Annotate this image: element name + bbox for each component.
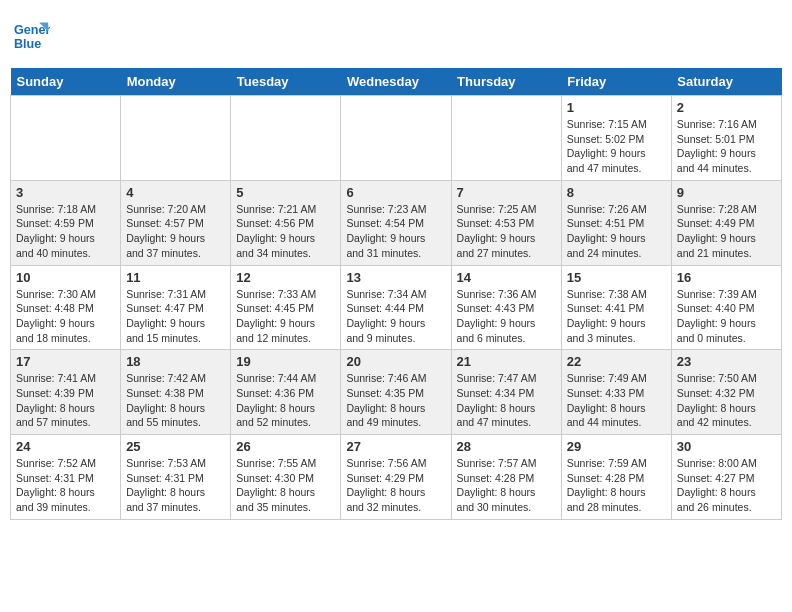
day-info: Sunrise: 7:36 AM Sunset: 4:43 PM Dayligh… — [457, 287, 556, 346]
column-header-monday: Monday — [121, 68, 231, 96]
calendar-day-cell: 8Sunrise: 7:26 AM Sunset: 4:51 PM Daylig… — [561, 180, 671, 265]
day-info: Sunrise: 7:28 AM Sunset: 4:49 PM Dayligh… — [677, 202, 776, 261]
day-number: 24 — [16, 439, 115, 454]
day-number: 23 — [677, 354, 776, 369]
calendar-day-cell — [11, 96, 121, 181]
calendar-day-cell: 6Sunrise: 7:23 AM Sunset: 4:54 PM Daylig… — [341, 180, 451, 265]
day-info: Sunrise: 7:31 AM Sunset: 4:47 PM Dayligh… — [126, 287, 225, 346]
svg-text:Blue: Blue — [14, 37, 41, 51]
day-number: 7 — [457, 185, 556, 200]
column-header-tuesday: Tuesday — [231, 68, 341, 96]
day-number: 19 — [236, 354, 335, 369]
day-info: Sunrise: 7:33 AM Sunset: 4:45 PM Dayligh… — [236, 287, 335, 346]
page-header: General Blue — [10, 10, 782, 62]
calendar-day-cell: 1Sunrise: 7:15 AM Sunset: 5:02 PM Daylig… — [561, 96, 671, 181]
calendar-day-cell: 28Sunrise: 7:57 AM Sunset: 4:28 PM Dayli… — [451, 435, 561, 520]
column-header-wednesday: Wednesday — [341, 68, 451, 96]
day-number: 14 — [457, 270, 556, 285]
day-number: 4 — [126, 185, 225, 200]
calendar-day-cell: 5Sunrise: 7:21 AM Sunset: 4:56 PM Daylig… — [231, 180, 341, 265]
day-info: Sunrise: 7:21 AM Sunset: 4:56 PM Dayligh… — [236, 202, 335, 261]
day-info: Sunrise: 7:38 AM Sunset: 4:41 PM Dayligh… — [567, 287, 666, 346]
calendar-day-cell: 22Sunrise: 7:49 AM Sunset: 4:33 PM Dayli… — [561, 350, 671, 435]
column-header-friday: Friday — [561, 68, 671, 96]
calendar-day-cell — [341, 96, 451, 181]
day-info: Sunrise: 7:52 AM Sunset: 4:31 PM Dayligh… — [16, 456, 115, 515]
calendar-day-cell — [231, 96, 341, 181]
day-info: Sunrise: 7:18 AM Sunset: 4:59 PM Dayligh… — [16, 202, 115, 261]
day-number: 17 — [16, 354, 115, 369]
day-number: 13 — [346, 270, 445, 285]
day-info: Sunrise: 7:42 AM Sunset: 4:38 PM Dayligh… — [126, 371, 225, 430]
calendar-table: SundayMondayTuesdayWednesdayThursdayFrid… — [10, 68, 782, 520]
day-number: 18 — [126, 354, 225, 369]
calendar-day-cell: 29Sunrise: 7:59 AM Sunset: 4:28 PM Dayli… — [561, 435, 671, 520]
day-info: Sunrise: 7:39 AM Sunset: 4:40 PM Dayligh… — [677, 287, 776, 346]
calendar-week-row: 24Sunrise: 7:52 AM Sunset: 4:31 PM Dayli… — [11, 435, 782, 520]
day-number: 22 — [567, 354, 666, 369]
calendar-day-cell: 30Sunrise: 8:00 AM Sunset: 4:27 PM Dayli… — [671, 435, 781, 520]
day-info: Sunrise: 7:46 AM Sunset: 4:35 PM Dayligh… — [346, 371, 445, 430]
day-info: Sunrise: 7:44 AM Sunset: 4:36 PM Dayligh… — [236, 371, 335, 430]
day-number: 28 — [457, 439, 556, 454]
day-number: 20 — [346, 354, 445, 369]
calendar-day-cell: 26Sunrise: 7:55 AM Sunset: 4:30 PM Dayli… — [231, 435, 341, 520]
day-number: 5 — [236, 185, 335, 200]
calendar-day-cell: 16Sunrise: 7:39 AM Sunset: 4:40 PM Dayli… — [671, 265, 781, 350]
day-info: Sunrise: 7:56 AM Sunset: 4:29 PM Dayligh… — [346, 456, 445, 515]
day-number: 10 — [16, 270, 115, 285]
calendar-day-cell: 7Sunrise: 7:25 AM Sunset: 4:53 PM Daylig… — [451, 180, 561, 265]
calendar-day-cell: 4Sunrise: 7:20 AM Sunset: 4:57 PM Daylig… — [121, 180, 231, 265]
calendar-week-row: 17Sunrise: 7:41 AM Sunset: 4:39 PM Dayli… — [11, 350, 782, 435]
column-header-saturday: Saturday — [671, 68, 781, 96]
calendar-day-cell: 11Sunrise: 7:31 AM Sunset: 4:47 PM Dayli… — [121, 265, 231, 350]
day-number: 25 — [126, 439, 225, 454]
calendar-day-cell: 25Sunrise: 7:53 AM Sunset: 4:31 PM Dayli… — [121, 435, 231, 520]
day-info: Sunrise: 7:26 AM Sunset: 4:51 PM Dayligh… — [567, 202, 666, 261]
calendar-day-cell — [121, 96, 231, 181]
calendar-day-cell: 12Sunrise: 7:33 AM Sunset: 4:45 PM Dayli… — [231, 265, 341, 350]
day-info: Sunrise: 7:57 AM Sunset: 4:28 PM Dayligh… — [457, 456, 556, 515]
day-info: Sunrise: 7:23 AM Sunset: 4:54 PM Dayligh… — [346, 202, 445, 261]
calendar-day-cell: 15Sunrise: 7:38 AM Sunset: 4:41 PM Dayli… — [561, 265, 671, 350]
column-header-thursday: Thursday — [451, 68, 561, 96]
day-info: Sunrise: 7:15 AM Sunset: 5:02 PM Dayligh… — [567, 117, 666, 176]
calendar-day-cell: 18Sunrise: 7:42 AM Sunset: 4:38 PM Dayli… — [121, 350, 231, 435]
day-info: Sunrise: 7:59 AM Sunset: 4:28 PM Dayligh… — [567, 456, 666, 515]
day-number: 1 — [567, 100, 666, 115]
day-number: 27 — [346, 439, 445, 454]
calendar-day-cell: 9Sunrise: 7:28 AM Sunset: 4:49 PM Daylig… — [671, 180, 781, 265]
day-info: Sunrise: 7:49 AM Sunset: 4:33 PM Dayligh… — [567, 371, 666, 430]
day-info: Sunrise: 7:47 AM Sunset: 4:34 PM Dayligh… — [457, 371, 556, 430]
calendar-day-cell: 24Sunrise: 7:52 AM Sunset: 4:31 PM Dayli… — [11, 435, 121, 520]
day-number: 15 — [567, 270, 666, 285]
day-number: 8 — [567, 185, 666, 200]
day-number: 30 — [677, 439, 776, 454]
calendar-day-cell: 14Sunrise: 7:36 AM Sunset: 4:43 PM Dayli… — [451, 265, 561, 350]
day-number: 21 — [457, 354, 556, 369]
calendar-week-row: 1Sunrise: 7:15 AM Sunset: 5:02 PM Daylig… — [11, 96, 782, 181]
day-number: 11 — [126, 270, 225, 285]
calendar-day-cell: 19Sunrise: 7:44 AM Sunset: 4:36 PM Dayli… — [231, 350, 341, 435]
calendar-week-row: 10Sunrise: 7:30 AM Sunset: 4:48 PM Dayli… — [11, 265, 782, 350]
day-number: 9 — [677, 185, 776, 200]
calendar-day-cell — [451, 96, 561, 181]
day-number: 12 — [236, 270, 335, 285]
calendar-day-cell: 23Sunrise: 7:50 AM Sunset: 4:32 PM Dayli… — [671, 350, 781, 435]
calendar-header-row: SundayMondayTuesdayWednesdayThursdayFrid… — [11, 68, 782, 96]
day-number: 26 — [236, 439, 335, 454]
calendar-day-cell: 20Sunrise: 7:46 AM Sunset: 4:35 PM Dayli… — [341, 350, 451, 435]
day-info: Sunrise: 7:30 AM Sunset: 4:48 PM Dayligh… — [16, 287, 115, 346]
day-info: Sunrise: 7:50 AM Sunset: 4:32 PM Dayligh… — [677, 371, 776, 430]
day-info: Sunrise: 7:53 AM Sunset: 4:31 PM Dayligh… — [126, 456, 225, 515]
day-number: 29 — [567, 439, 666, 454]
day-number: 2 — [677, 100, 776, 115]
day-info: Sunrise: 7:34 AM Sunset: 4:44 PM Dayligh… — [346, 287, 445, 346]
calendar-day-cell: 17Sunrise: 7:41 AM Sunset: 4:39 PM Dayli… — [11, 350, 121, 435]
logo: General Blue — [14, 18, 54, 54]
calendar-day-cell: 27Sunrise: 7:56 AM Sunset: 4:29 PM Dayli… — [341, 435, 451, 520]
day-info: Sunrise: 7:41 AM Sunset: 4:39 PM Dayligh… — [16, 371, 115, 430]
day-info: Sunrise: 7:55 AM Sunset: 4:30 PM Dayligh… — [236, 456, 335, 515]
day-number: 6 — [346, 185, 445, 200]
calendar-week-row: 3Sunrise: 7:18 AM Sunset: 4:59 PM Daylig… — [11, 180, 782, 265]
